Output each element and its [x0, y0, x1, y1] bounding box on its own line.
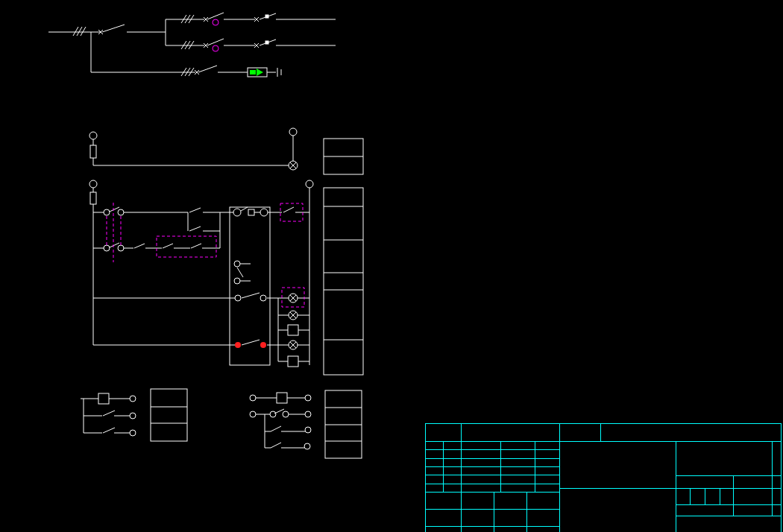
annotation-boxes: [324, 139, 363, 375]
bottom-middle-circuit-lines: [250, 390, 362, 458]
power-circuit-lines: [48, 13, 336, 77]
cad-canvas[interactable]: [0, 0, 783, 532]
circuit2-dashed-markers: [107, 203, 304, 307]
bottom-left-circuit-lines: [81, 389, 187, 441]
control-circuit-lines: [89, 128, 313, 367]
schematic-linework: [0, 0, 783, 532]
title-block-grid: [425, 423, 781, 532]
